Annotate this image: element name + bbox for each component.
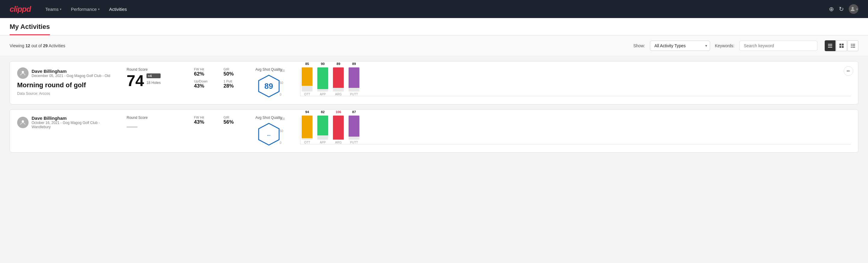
page-header: My Activities: [0, 18, 868, 35]
activity-type-select[interactable]: All Activity Types: [650, 40, 710, 51]
svg-rect-13: [852, 47, 855, 48]
quality-label: Avg Shot Quality: [255, 67, 282, 71]
svg-rect-5: [842, 43, 844, 46]
stat-fw-hit: FW Hit 62%: [194, 67, 219, 77]
user-date: October 16, 2021 - Gog Magog Golf Club -…: [32, 121, 119, 129]
bar-label: OTT: [304, 93, 310, 96]
score-badge: +4: [147, 74, 161, 78]
navbar: clippd Teams ▾ Performance ▾ Activities …: [0, 0, 868, 18]
bar-val: 89: [352, 62, 356, 66]
content: ✏ Dave Billingham December 05, 2021 - Go…: [0, 56, 868, 162]
svg-point-14: [22, 71, 24, 73]
user-date: December 05, 2021 - Gog Magog Golf Club …: [32, 74, 110, 78]
bar-outer: [333, 116, 344, 140]
card-left: Dave Billingham December 05, 2021 - Gog …: [17, 67, 119, 96]
svg-rect-12: [851, 47, 852, 48]
bar-outer: [302, 67, 312, 91]
bar-outer: [302, 116, 312, 140]
stat-fw-hit: FW Hit 43%: [194, 116, 219, 125]
activity-type-select-wrapper: All Activity Types ▾: [650, 40, 710, 51]
bar-val: 94: [305, 110, 309, 114]
user-name: Dave Billingham: [32, 116, 119, 121]
user-info: Dave Billingham December 05, 2021 - Gog …: [32, 68, 110, 78]
round-score-label: Round Score: [127, 67, 187, 71]
svg-rect-3: [828, 47, 832, 48]
stat-label: FW Hit: [194, 116, 219, 119]
view-grid-button[interactable]: [836, 40, 847, 51]
stat-label: Up/Down: [194, 80, 219, 83]
bar-group-putt: 89 PUTT: [349, 62, 360, 96]
hexagon-container: ...: [255, 122, 282, 146]
view-list-compact-button[interactable]: [825, 40, 836, 51]
chart-wrapper: 100 50 0 85 OTT: [289, 69, 851, 96]
logo[interactable]: clippd: [10, 4, 31, 14]
stat-label: FW Hit: [194, 67, 219, 71]
stat-label: 1 Putt: [223, 80, 248, 83]
card-stats: FW Hit 62% GIR 50% Up/Down 43% 1 Putt 28…: [194, 67, 248, 89]
stat-value: 50%: [223, 71, 248, 77]
score-number: 74: [127, 73, 144, 88]
stat-value: 56%: [223, 119, 248, 125]
nav-item-performance[interactable]: Performance ▾: [71, 5, 99, 13]
bar-val: 89: [337, 62, 340, 66]
activity-card: Dave Billingham October 16, 2021 - Gog M…: [10, 109, 858, 152]
bar-label: ARG: [335, 141, 342, 144]
svg-rect-9: [852, 44, 855, 45]
bar-group-arg: 106 ARG: [333, 110, 344, 144]
chart-y-axis: 100 50 0: [280, 117, 285, 144]
nav-item-teams[interactable]: Teams ▾: [45, 5, 61, 13]
hexagon: 89: [257, 74, 281, 98]
stat-value: 43%: [194, 83, 219, 89]
svg-point-16: [22, 120, 24, 122]
user-avatar-nav[interactable]: ▾: [849, 4, 858, 14]
view-list-detail-button[interactable]: [847, 40, 858, 51]
svg-rect-8: [851, 44, 852, 45]
card-user: Dave Billingham December 05, 2021 - Gog …: [17, 67, 119, 79]
svg-rect-11: [852, 46, 855, 46]
viewing-total: 29: [43, 43, 48, 48]
bar-outer: [349, 116, 360, 140]
viewing-count: 12: [26, 43, 30, 48]
stat-value: 28%: [223, 83, 248, 89]
bar-label: APP: [320, 93, 326, 96]
stat-1putt: 1 Putt 28%: [223, 80, 248, 89]
card-left: Dave Billingham October 16, 2021 - Gog M…: [17, 116, 119, 132]
score-main: —: [127, 121, 187, 132]
bar-val: 106: [336, 110, 341, 114]
card-stats: FW Hit 43% GIR 56%: [194, 116, 248, 125]
chevron-down-icon: ▾: [98, 7, 99, 11]
data-source: Data Source: Arccos: [17, 91, 119, 96]
bar-label: ARG: [335, 93, 342, 96]
hexagon-value: 89: [265, 82, 273, 91]
avatar: [17, 67, 29, 79]
view-toggle: [825, 40, 858, 51]
avatar: [17, 117, 29, 128]
page-title: My Activities: [10, 23, 50, 35]
chart-wrapper: 100 50 0 94 OTT 82: [289, 117, 851, 144]
chevron-down-icon: ▾: [60, 7, 61, 11]
refresh-icon[interactable]: ↻: [839, 5, 844, 12]
nav-items: Teams ▾ Performance ▾ Activities: [45, 5, 829, 13]
keywords-label: Keywords:: [715, 43, 735, 48]
svg-rect-6: [839, 46, 841, 48]
bar-group-putt: 87 PUTT: [349, 110, 360, 144]
svg-rect-7: [842, 46, 844, 48]
svg-rect-4: [839, 43, 841, 46]
nav-item-activities[interactable]: Activities: [109, 5, 127, 13]
bar-outer: [317, 67, 328, 91]
bar-label: OTT: [304, 141, 310, 144]
bar-group-arg: 89 ARG: [333, 62, 344, 96]
search-input[interactable]: [739, 40, 817, 51]
card-score: Round Score 74 +4 18 Holes: [127, 67, 187, 89]
svg-point-0: [851, 7, 854, 9]
stat-updown: Up/Down 43%: [194, 80, 219, 89]
bar-group-ott: 94 OTT: [302, 110, 312, 144]
bar-val: 90: [321, 62, 324, 66]
stat-value: 62%: [194, 71, 219, 77]
activity-card: ✏ Dave Billingham December 05, 2021 - Go…: [10, 61, 858, 105]
bar-outer: [317, 116, 328, 140]
bar-chart: 100 50 0 94 OTT 82: [289, 117, 851, 144]
bar-outer: [333, 67, 344, 91]
add-icon[interactable]: ⊕: [829, 5, 834, 12]
quality-section: Avg Shot Quality ...: [255, 116, 282, 146]
